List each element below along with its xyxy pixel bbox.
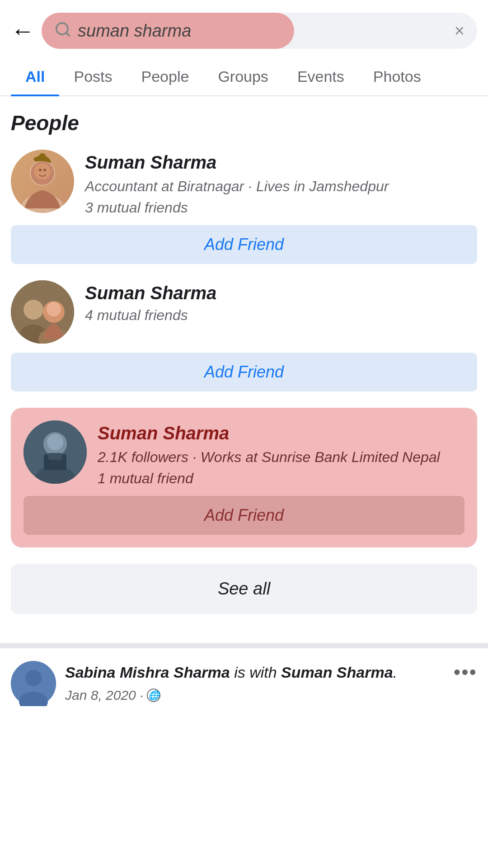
person-info-1: Suman Sharma Accountant at Biratnagar · …	[11, 150, 477, 216]
people-section-title: People	[11, 111, 477, 135]
person-card-3: Suman Sharma 2.1K followers · Works at S…	[11, 408, 477, 547]
post-suffix: .	[393, 664, 397, 681]
see-all-button[interactable]: See all	[11, 564, 477, 614]
svg-point-5	[34, 163, 51, 179]
main-content: People Suman Sharma Acc	[0, 96, 488, 628]
svg-point-14	[47, 302, 61, 316]
tab-posts[interactable]: Posts	[59, 58, 127, 95]
person-details-3: Suman Sharma 2.1K followers · Works at S…	[98, 420, 465, 487]
post-date: Jan 8, 2020 ·	[65, 688, 143, 703]
header: ← suman sharma ×	[0, 0, 488, 58]
svg-point-17	[47, 434, 63, 450]
person-details-1: Suman Sharma Accountant at Biratnagar · …	[85, 150, 477, 216]
person-card-2: Suman Sharma 4 mutual friends Add Friend	[11, 280, 477, 392]
post-card: Sabina Mishra Sharma is with Suman Sharm…	[0, 648, 488, 719]
post-privacy-icon: 🌐	[147, 689, 160, 702]
svg-line-1	[66, 33, 69, 36]
post-options-button[interactable]: •••	[454, 661, 477, 684]
tab-photos[interactable]: Photos	[359, 58, 436, 95]
tab-people[interactable]: People	[127, 58, 204, 95]
post-meta: Jan 8, 2020 · 🌐	[65, 688, 445, 703]
person-details-2: Suman Sharma 4 mutual friends	[85, 280, 477, 324]
add-friend-button-2[interactable]: Add Friend	[11, 353, 477, 392]
tab-events[interactable]: Events	[283, 58, 359, 95]
avatar-1	[11, 150, 74, 213]
post-connector: is with	[230, 664, 281, 681]
post-author-avatar	[11, 661, 56, 706]
search-bar[interactable]: suman sharma ×	[42, 13, 477, 49]
post-text: Sabina Mishra Sharma is with Suman Sharm…	[65, 661, 445, 684]
avatar-3	[23, 420, 87, 484]
add-friend-button-3[interactable]: Add Friend	[23, 496, 465, 535]
mutual-friends-3: 1 mutual friend	[98, 470, 465, 487]
post-tagged-name: Suman Sharma	[281, 664, 393, 681]
person-name-1: Suman Sharma	[85, 152, 477, 173]
svg-point-22	[25, 670, 42, 686]
search-icon	[54, 21, 71, 41]
svg-point-6	[39, 169, 42, 171]
person-name-2: Suman Sharma	[85, 283, 477, 303]
person-card-1: Suman Sharma Accountant at Biratnagar · …	[11, 150, 477, 264]
person-name-3: Suman Sharma	[98, 423, 465, 443]
svg-point-10	[23, 300, 43, 320]
post-author-name: Sabina Mishra Sharma	[65, 664, 230, 681]
clear-search-button[interactable]: ×	[455, 21, 465, 41]
svg-point-7	[43, 169, 46, 171]
tab-groups[interactable]: Groups	[203, 58, 283, 95]
svg-rect-20	[48, 453, 62, 460]
search-input-value[interactable]: suman sharma	[78, 21, 191, 41]
back-button[interactable]: ←	[11, 19, 34, 42]
person-info-3: Suman Sharma 2.1K followers · Works at S…	[23, 420, 465, 487]
section-divider	[0, 643, 488, 648]
person-meta-3: 2.1K followers · Works at Sunrise Bank L…	[98, 447, 465, 467]
mutual-friends-2: 4 mutual friends	[85, 307, 477, 324]
add-friend-button-1[interactable]: Add Friend	[11, 225, 477, 264]
filter-tabs: All Posts People Groups Events Photos	[0, 58, 488, 96]
avatar-2	[11, 280, 74, 344]
person-info-2: Suman Sharma 4 mutual friends	[11, 280, 477, 344]
tab-all[interactable]: All	[11, 58, 59, 95]
post-content: Sabina Mishra Sharma is with Suman Sharm…	[65, 661, 445, 703]
person-meta-1: Accountant at Biratnagar · Lives in Jams…	[85, 176, 477, 197]
mutual-friends-1: 3 mutual friends	[85, 199, 477, 216]
